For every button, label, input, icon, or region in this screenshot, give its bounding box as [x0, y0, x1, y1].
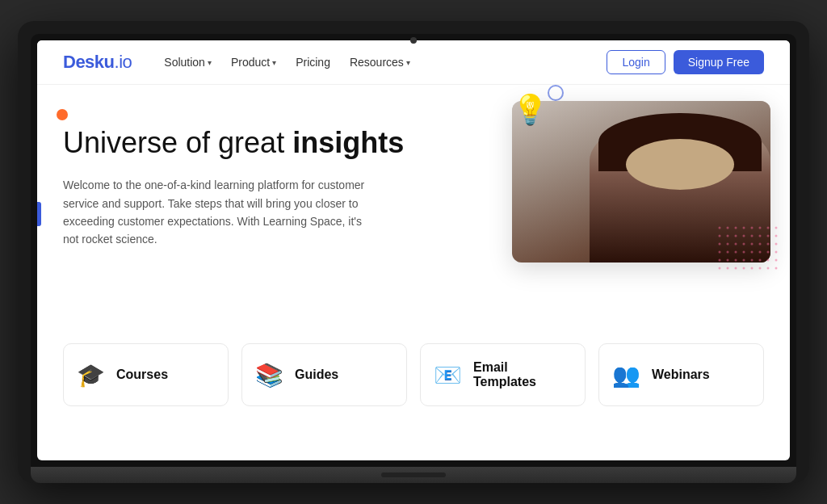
nav-product[interactable]: Product ▾	[231, 56, 276, 69]
lightbulb-icon: 💡	[512, 93, 548, 127]
email-templates-card[interactable]: 📧 Email Templates	[420, 343, 586, 406]
login-button[interactable]: Login	[607, 50, 665, 74]
courses-card[interactable]: 🎓 Courses	[63, 343, 229, 406]
nav-product-label: Product	[231, 56, 270, 69]
hero-title-regular: Universe of great	[63, 126, 292, 159]
laptop-base	[31, 467, 796, 483]
trackpad	[381, 472, 446, 477]
logo-suffix: .io	[115, 52, 132, 72]
side-accent-bar	[37, 202, 41, 226]
nav-pricing-label: Pricing	[296, 56, 330, 69]
hero-title-bold: insights	[292, 126, 404, 159]
chevron-down-icon: ▾	[208, 58, 212, 67]
laptop-screen: Desku.io Solution ▾ Product ▾ Pricing	[37, 40, 790, 460]
nav-resources-label: Resources	[350, 56, 404, 69]
resource-cards: 🎓 Courses 📚 Guides 📧 Email Templates 👥 W…	[37, 343, 790, 430]
courses-icon: 🎓	[77, 362, 105, 388]
circle-decoration	[548, 85, 564, 101]
hero-section: Universe of great insights Welcome to th…	[37, 85, 790, 343]
nav-solution-label: Solution	[164, 56, 205, 69]
chevron-down-icon: ▾	[406, 58, 410, 67]
face-shape	[626, 139, 734, 190]
navbar: Desku.io Solution ▾ Product ▾ Pricing	[37, 40, 790, 85]
orange-dot-decoration	[57, 109, 68, 120]
guides-card[interactable]: 📚 Guides	[241, 343, 407, 406]
hero-video-area: 💡	[512, 101, 770, 262]
guides-label: Guides	[295, 368, 338, 382]
laptop-container: Desku.io Solution ▾ Product ▾ Pricing	[18, 21, 809, 483]
camera-notch	[410, 37, 417, 44]
webinars-label: Webinars	[652, 368, 710, 382]
courses-label: Courses	[116, 368, 168, 382]
chevron-down-icon: ▾	[272, 58, 276, 67]
guides-icon: 📚	[255, 362, 283, 388]
webinars-card[interactable]: 👥 Webinars	[598, 343, 764, 406]
svg-rect-1	[718, 226, 783, 275]
nav-pricing[interactable]: Pricing	[296, 56, 330, 69]
nav-resources[interactable]: Resources ▾	[350, 56, 410, 69]
signup-button[interactable]: Signup Free	[674, 50, 764, 74]
nav-solution[interactable]: Solution ▾	[164, 56, 212, 69]
laptop-outer: Desku.io Solution ▾ Product ▾ Pricing	[18, 21, 809, 483]
nav-links: Solution ▾ Product ▾ Pricing Resources	[164, 56, 607, 69]
email-templates-icon: 📧	[434, 362, 462, 388]
screen-bezel: Desku.io Solution ▾ Product ▾ Pricing	[31, 34, 796, 467]
nav-actions: Login Signup Free	[607, 50, 764, 74]
hero-content: Universe of great insights Welcome to th…	[63, 117, 451, 319]
dots-decoration	[718, 226, 783, 275]
hero-description: Welcome to the one-of-a-kind learning pl…	[63, 176, 370, 249]
hero-title: Universe of great insights	[63, 125, 434, 160]
logo-text-bold: Desku	[63, 52, 115, 72]
email-templates-label: Email Templates	[473, 360, 572, 389]
logo[interactable]: Desku.io	[63, 52, 132, 73]
webinars-icon: 👥	[612, 362, 640, 388]
